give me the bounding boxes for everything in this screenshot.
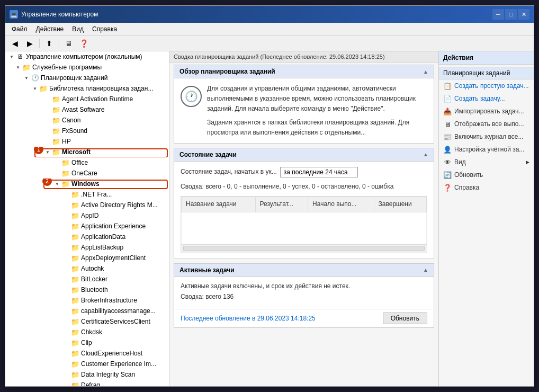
tree-item-cert[interactable]: 📁 CertificateServicesClient xyxy=(5,316,169,327)
display-icon: 🖥 xyxy=(443,120,452,128)
appexp-folder-icon: 📁 xyxy=(71,222,79,230)
right-action-help[interactable]: ❓ Справка xyxy=(439,181,534,194)
computer-icon: 🖥 xyxy=(16,52,24,61)
help-icon: ❓ xyxy=(443,183,452,192)
h-scrollbar[interactable] xyxy=(183,246,425,251)
tree-item-appx[interactable]: 📁 AppxDeploymentClient xyxy=(5,253,169,263)
clip-folder-icon: 📁 xyxy=(71,338,79,347)
forward-button[interactable]: ▶ xyxy=(23,38,36,49)
broker-label: BrokerInfrastructure xyxy=(81,297,137,304)
activedir-folder-icon: 📁 xyxy=(71,201,79,209)
tasks-table-wrapper: Название задачи Результат... Начало выпо… xyxy=(181,196,427,253)
app-icon: 💻 xyxy=(10,10,18,19)
tree-item-applist[interactable]: 📁 AppListBackup xyxy=(5,242,169,253)
task-status-header[interactable]: Состояние задачи ▲ xyxy=(174,148,434,162)
task-status-title: Состояние задачи xyxy=(179,151,237,158)
center-panel: Сводка планировщика заданий (Последнее о… xyxy=(169,51,438,386)
overview-header[interactable]: Обзор планировщика заданий ▲ xyxy=(174,65,434,78)
hp-label: HP xyxy=(62,138,71,145)
show-hide-button[interactable]: 🖥 xyxy=(62,38,75,49)
tree-item-windows[interactable]: ▼ 📁 Windows 2 xyxy=(5,179,169,189)
tree-item-appid[interactable]: 📁 AppID xyxy=(5,210,169,221)
close-button[interactable]: ✕ xyxy=(518,9,529,20)
agent-folder-icon: 📁 xyxy=(52,95,60,103)
tree-item-defrag[interactable]: 📁 Defrag xyxy=(5,380,169,386)
tree-item-office[interactable]: 📁 Office xyxy=(5,157,169,168)
update-link[interactable]: Последнее обновление в 29.06.2023 14:18:… xyxy=(181,315,316,322)
office-label: Office xyxy=(71,159,88,166)
bitlocker-label: BitLocker xyxy=(81,275,107,283)
tree-item-appexp[interactable]: 📁 Application Experience xyxy=(5,221,169,231)
overview-body: 🕐 Для создания и управления общими задан… xyxy=(174,78,434,143)
library-label: Библиотека планировщика задан... xyxy=(49,85,153,92)
create-simple-icon: 📋 xyxy=(443,82,452,90)
menu-view[interactable]: Вид xyxy=(68,24,88,34)
tree-item-fxsound[interactable]: 📁 FxSound xyxy=(5,126,169,136)
active-tasks-header[interactable]: Активные задачи ▲ xyxy=(174,264,434,277)
tree-item-library[interactable]: ▼ 📁 Библиотека планировщика задан... xyxy=(5,83,169,94)
right-action-refresh[interactable]: 🔄 Обновить xyxy=(439,168,534,181)
right-action-create-task[interactable]: 📄 Создать задачу... xyxy=(439,92,534,105)
tree-item-chkdsk[interactable]: 📁 Chkdsk xyxy=(5,327,169,337)
menu-action[interactable]: Действие xyxy=(32,24,68,34)
right-action-account[interactable]: 👤 Настройка учётной за... xyxy=(439,143,534,156)
windows-label: Windows xyxy=(71,180,100,188)
status-dropdown-wrapper: за последние 24 часа xyxy=(280,167,358,177)
title-bar-left: 💻 Управление компьютером xyxy=(10,10,98,19)
tree-item-activedir[interactable]: 📁 Active Directory Rights M... xyxy=(5,200,169,210)
utilities-folder-icon: 📁 xyxy=(22,63,31,72)
tree-item-utilities[interactable]: ▼ 📁 Служебные программы xyxy=(5,62,169,73)
menu-file[interactable]: Файл xyxy=(7,24,32,34)
tree-item-scheduler[interactable]: ▼ 🕐 Планировщик заданий xyxy=(5,73,169,83)
datainteg-folder-icon: 📁 xyxy=(71,370,79,379)
maximize-button[interactable]: □ xyxy=(505,9,517,20)
overview-desc1: Для создания и управления общими задания… xyxy=(207,84,427,114)
tree-item-cloud[interactable]: 📁 CloudExperienceHost xyxy=(5,348,169,359)
right-action-view[interactable]: 👁 Вид ▶ xyxy=(439,156,534,168)
tree-item-autochk[interactable]: 📁 Autochk xyxy=(5,263,169,274)
tree-item-broker[interactable]: 📁 BrokerInfrastructure xyxy=(5,295,169,306)
utilities-arrow: ▼ xyxy=(14,65,22,70)
update-footer: Последнее обновление в 29.06.2023 14:18:… xyxy=(174,309,434,327)
tree-item-capability[interactable]: 📁 capabilityaccessmanage... xyxy=(5,306,169,316)
main-window: 💻 Управление компьютером ─ □ ✕ Файл Дейс… xyxy=(5,5,534,387)
up-button[interactable]: ⬆ xyxy=(43,38,56,49)
overview-icon-row: 🕐 Для создания и управления общими задан… xyxy=(181,84,427,138)
view-icon: 👁 xyxy=(443,158,452,166)
menu-help[interactable]: Справка xyxy=(88,24,121,34)
right-action-display[interactable]: 🖥 Отображать все выпо... xyxy=(439,118,534,130)
tree-item-canon[interactable]: 📁 Canon xyxy=(5,115,169,126)
tree-item-bluetooth[interactable]: 📁 Bluetooth xyxy=(5,284,169,295)
right-action-journal[interactable]: 📰 Включить журнал все... xyxy=(439,130,534,143)
tree-item-datainteg[interactable]: 📁 Data Integrity Scan xyxy=(5,369,169,380)
datainteg-label: Data Integrity Scan xyxy=(81,371,135,378)
utilities-label: Служебные программы xyxy=(32,64,102,71)
help-toolbar-button[interactable]: ❓ xyxy=(77,38,90,49)
update-button[interactable]: Обновить xyxy=(383,313,427,324)
office-folder-icon: 📁 xyxy=(61,158,70,167)
tree-item-bitlocker[interactable]: 📁 BitLocker xyxy=(5,274,169,284)
cert-folder-icon: 📁 xyxy=(71,317,79,326)
tree-item-agent[interactable]: 📁 Agent Activation Runtime xyxy=(5,94,169,104)
active-tasks-section: Активные задачи ▲ Активные задачи включе… xyxy=(174,263,434,328)
cert-label: CertificateServicesClient xyxy=(81,318,150,325)
right-action-import[interactable]: 📥 Импортировать задач... xyxy=(439,105,534,118)
appexp-label: Application Experience xyxy=(81,222,146,230)
right-action-create-simple[interactable]: 📋 Создать простую задач... xyxy=(439,79,534,92)
tree-item-appdata[interactable]: 📁 ApplicationData xyxy=(5,231,169,242)
tree-item-microsoft[interactable]: ▼ 📁 Microsoft 1 xyxy=(5,147,169,157)
tree-item-clip[interactable]: 📁 Clip xyxy=(5,337,169,348)
tree-item-onecare[interactable]: 📁 OneCare xyxy=(5,168,169,179)
task-summary: Сводка: всего - 0, 0 - выполнение, 0 - у… xyxy=(181,182,427,192)
tree-item-hp[interactable]: 📁 HP xyxy=(5,136,169,147)
overview-section: Обзор планировщика заданий ▲ 🕐 Для созда… xyxy=(174,65,434,144)
tree-item-avast[interactable]: 📁 Avast Software xyxy=(5,104,169,115)
tree-item-customer[interactable]: 📁 Customer Experience Im... xyxy=(5,359,169,369)
tree-item-dotnet[interactable]: 📁 .NET Fra... xyxy=(5,189,169,200)
overview-title: Обзор планировщика заданий xyxy=(179,68,275,75)
status-label: Состояние задач, начатых в ук... xyxy=(181,167,277,177)
back-button[interactable]: ◀ xyxy=(8,38,21,49)
status-dropdown[interactable]: за последние 24 часа xyxy=(280,167,358,177)
tree-item-root[interactable]: ▼ 🖥 Управление компьютером (локальным) xyxy=(5,51,169,62)
minimize-button[interactable]: ─ xyxy=(492,9,504,20)
